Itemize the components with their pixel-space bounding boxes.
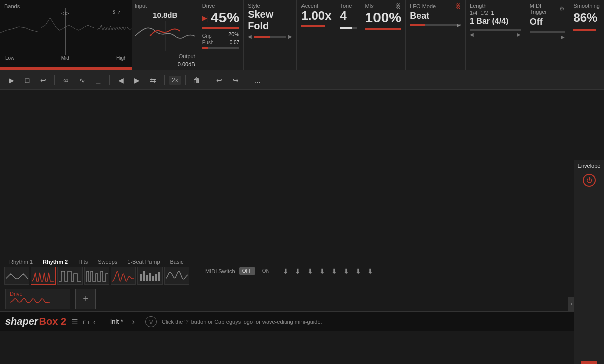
accent-section: Accent 1.00x [297,0,336,70]
preset-tab-sweeps[interactable]: Sweeps [93,258,122,266]
midi-switch-on[interactable]: ON [259,267,273,275]
preset-arrow-icon[interactable]: › [132,317,135,326]
download-icon-8[interactable]: ⬇ [367,267,373,275]
gear-icon[interactable]: ⚙ [559,5,565,12]
download-icon-3[interactable]: ⬇ [307,267,313,275]
two-x-button[interactable]: 2x [169,76,181,85]
preset-wave-2[interactable] [31,267,56,285]
midi-bar-arrow[interactable]: ▶ [561,34,565,40]
preset-tab-rhythm1[interactable]: Rhythm 1 [4,258,38,266]
mix-section: Mix ⛓ 100% [361,0,406,70]
envelope-sidebar: ‹ Envelope ⏻ Amount 82% [574,160,604,364]
drive-controls-section: Drive ▶| 45% Grip 20% Push 0.07 [198,0,244,70]
envelope-power-button[interactable]: ⏻ [583,174,596,187]
pen-tool-button[interactable]: ⎯ [91,73,105,87]
preset-wave-5[interactable] [111,267,136,285]
chevron-left-icon[interactable]: ‹ [93,318,96,326]
midi-trigger-value: Off [530,17,565,27]
prev-button[interactable]: ◀ [114,73,128,87]
toolbar-separator-2 [109,75,110,85]
download-icon-6[interactable]: ⬇ [343,267,349,275]
add-module-button[interactable]: + [76,289,96,309]
length-frac-1[interactable]: 1/4 [470,10,477,16]
select-tool-button[interactable]: ▶ [4,73,18,87]
svg-rect-25 [155,274,157,281]
redo-button[interactable]: ↪ [229,73,243,87]
preset-wave-1[interactable] [4,267,29,285]
push-bar [202,47,239,49]
midi-switch-off[interactable]: OFF [239,267,255,275]
random-button[interactable]: ⇆ [146,73,160,87]
tone-bar-fill [340,27,352,29]
preset-tab-basic[interactable]: Basic [165,258,189,266]
app-version-label: Box 2 [39,316,66,327]
accent-value: 1.00x [301,9,331,23]
delete-button[interactable]: 🗑 [190,73,204,87]
more-button[interactable]: ... [251,76,264,85]
smoothing-value: 86% [573,11,600,25]
length-bar-prev[interactable]: ◀ [470,32,474,37]
tone-label: Tone [340,3,357,9]
curve-tool-button[interactable]: ↩ [36,73,50,87]
style-bar [254,36,286,38]
push-row: Push 0.07 [202,40,239,45]
midi-row: MIDI Trigger ⚙ [530,3,565,15]
lfo-mode-row: LFO Mode ⛓ [410,3,461,10]
bottom-footer: shaper Box 2 ☰ 🗀 ‹ Init * › ? Click the … [0,311,604,331]
bands-section: Bands S ↗ Low Mid High ◁▷ [0,0,132,70]
smoothing-section: Smoothing 86% [569,0,604,70]
input-label: Input [135,3,147,9]
undo-button[interactable]: ↩ [212,73,226,87]
download-icon-1[interactable]: ⬇ [283,267,289,275]
style-next-icon[interactable]: ▶ [288,34,292,39]
svg-text:↗: ↗ [118,9,120,15]
download-icon-7[interactable]: ⬇ [355,267,361,275]
preset-tab-hits[interactable]: Hits [73,258,93,266]
app-name-label: shaper [5,316,38,327]
lfo-link-icon[interactable]: ⛓ [455,3,461,10]
draw-tool-button[interactable]: ∿ [75,73,89,87]
envelope-collapse-button[interactable]: ‹ [568,297,574,311]
preset-name-display: Init * [106,318,127,325]
mix-title-row: Mix ⛓ [365,3,402,10]
drive-bar [202,27,239,29]
toolbar-separator-4 [185,75,186,85]
footer-separator-1 [101,317,101,327]
download-icon-5[interactable]: ⬇ [331,267,337,275]
link-tool-button[interactable]: ∞ [59,73,73,87]
midi-bar [530,31,565,33]
length-bar-next[interactable]: ▶ [517,32,521,37]
drive-module[interactable]: Drive [5,289,70,309]
svg-text:S: S [113,9,115,15]
preset-wave-4[interactable] [84,267,109,285]
help-button[interactable]: ? [145,316,157,327]
preset-tab-rhythm2[interactable]: Rhythm 2 [38,258,73,266]
preset-wave-7[interactable] [164,267,189,285]
question-mark-icon: ? [149,319,153,325]
band-handle-left[interactable]: ◁▷ [62,9,69,16]
download-icon-4[interactable]: ⬇ [319,267,325,275]
style-prev-icon[interactable]: ◀ [248,34,252,39]
preset-tab-1beat[interactable]: 1-Beat Pump [122,258,165,266]
app-logo-area: shaper Box 2 [5,316,66,327]
help-text: Click the '?' button or Cableguys logo f… [162,319,574,325]
lfo-section: LFO Mode ⛓ Beat ▶ [406,0,466,70]
length-label: Length [470,3,521,9]
preset-wave-3[interactable] [57,267,83,285]
presets-bar: Rhythm 1 Rhythm 2 Hits Sweeps 1-Beat Pum… [0,256,604,286]
download-icons: ⬇ ⬇ ⬇ ⬇ ⬇ ⬇ ⬇ ⬇ [283,267,373,275]
preset-wave-6[interactable] [137,267,163,285]
bottom-drive-bar: Drive + Master Mix 100% [0,286,604,311]
smoothing-bar [573,29,596,31]
length-frac-3[interactable]: 1 [491,10,494,16]
hamburger-icon[interactable]: ☰ [71,318,78,326]
link-icon[interactable]: ⛓ [395,3,401,10]
tone-value: 4 [340,9,357,23]
drive-module-inner: Drive [10,290,50,308]
length-frac-2[interactable]: 1/2 [480,10,488,16]
rect-select-tool-button[interactable]: □ [20,73,34,87]
style-label: Style [248,3,292,9]
folder-icon[interactable]: 🗀 [82,318,89,326]
next-button[interactable]: ▶ [130,73,144,87]
download-icon-2[interactable]: ⬇ [295,267,301,275]
